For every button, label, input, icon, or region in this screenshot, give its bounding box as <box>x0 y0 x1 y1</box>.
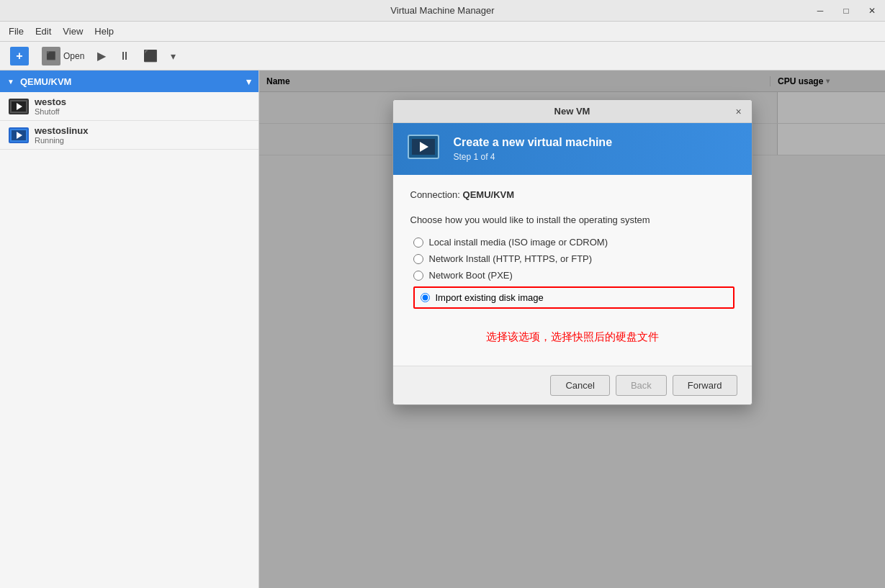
menu-help[interactable]: Help <box>89 23 120 40</box>
dialog-header-title: Create a new virtual machine <box>454 136 613 149</box>
run-icon: ▶ <box>97 49 106 63</box>
content-area: Name CPU usage ▾ New VM × <box>259 71 885 588</box>
title-bar: Virtual Machine Manager ─ □ ✕ <box>0 0 885 22</box>
open-button[interactable]: ⬛ Open <box>36 44 90 68</box>
menu-bar: File Edit View Help <box>0 22 885 42</box>
connection-value: QEMU/KVM <box>463 189 515 200</box>
dropdown-icon: ▾ <box>171 50 176 62</box>
radio-network-install[interactable] <box>413 254 423 264</box>
vm-icon-westos <box>9 99 29 114</box>
dialog-header: Create a new virtual machine Step 1 of 4 <box>393 123 752 175</box>
new-vm-dialog: New VM × Create a new virtual machine <box>392 99 753 405</box>
dialog-body: Connection: QEMU/KVM Choose how you woul… <box>393 175 752 366</box>
option-network-install-label: Network Install (HTTP, HTTPS, or FTP) <box>429 253 593 264</box>
annotation-text: 选择该选项，选择快照后的硬盘文件 <box>410 330 734 344</box>
sidebar-item-westoslinux[interactable]: westoslinux Running <box>0 121 259 150</box>
vm-status-westos: Shutoff <box>35 107 250 116</box>
open-label: Open <box>63 51 84 61</box>
close-button[interactable]: ✕ <box>859 0 885 22</box>
minimize-button[interactable]: ─ <box>807 0 833 22</box>
pause-button[interactable]: ⏸ <box>113 47 136 65</box>
dialog-header-text: Create a new virtual machine Step 1 of 4 <box>454 136 613 162</box>
toolbar: + ⬛ Open ▶ ⏸ ⬛ ▾ <box>0 42 885 71</box>
menu-file[interactable]: File <box>3 23 30 40</box>
vm-play-icon-westoslinux <box>17 132 22 139</box>
vm-icon-westoslinux <box>9 127 29 143</box>
option-import-highlighted[interactable]: Import existing disk image <box>413 286 734 309</box>
sidebar-collapse-icon[interactable]: ▼ <box>7 78 14 86</box>
dialog-titlebar: New VM × <box>393 100 752 123</box>
menu-edit[interactable]: Edit <box>30 23 57 40</box>
dropdown-button[interactable]: ▾ <box>165 48 181 65</box>
sidebar: ▼ QEMU/KVM ▾ westos Shutoff <box>0 71 259 588</box>
dialog-header-subtitle: Step 1 of 4 <box>454 152 613 162</box>
sidebar-header: ▼ QEMU/KVM ▾ <box>0 71 259 92</box>
option-import-label: Import existing disk image <box>436 292 544 303</box>
sidebar-group-label: QEMU/KVM <box>20 76 72 87</box>
option-local-install-label: Local install media (ISO image or CDROM) <box>429 237 608 248</box>
vm-info-westoslinux: westoslinux Running <box>35 125 250 145</box>
cancel-button[interactable]: Cancel <box>550 375 609 396</box>
dialog-close-button[interactable]: × <box>730 103 747 120</box>
stop-icon: ⬛ <box>143 49 158 63</box>
stop-button[interactable]: ⬛ <box>138 46 163 65</box>
option-network-install[interactable]: Network Install (HTTP, HTTPS, or FTP) <box>413 253 734 264</box>
modal-overlay: New VM × Create a new virtual machine <box>259 71 885 588</box>
install-options: Local install media (ISO image or CDROM)… <box>413 237 734 309</box>
vm-info-westos: westos Shutoff <box>35 96 250 116</box>
vm-name-westoslinux: westoslinux <box>35 125 250 136</box>
sidebar-header-dropdown[interactable]: ▾ <box>246 76 251 87</box>
radio-local-install[interactable] <box>413 238 423 248</box>
vm-status-westoslinux: Running <box>35 136 250 145</box>
pause-icon: ⏸ <box>119 50 130 63</box>
play-triangle-icon <box>420 142 428 152</box>
connection-label: Connection: <box>410 189 460 200</box>
radio-network-boot[interactable] <box>413 271 423 281</box>
install-question: Choose how you would like to install the… <box>410 214 734 225</box>
forward-button[interactable]: Forward <box>673 375 737 396</box>
dialog-header-icon <box>408 135 442 163</box>
monitor-icon <box>408 135 439 159</box>
sidebar-header-right: ▾ <box>246 76 251 87</box>
open-icon: ⬛ <box>42 47 60 65</box>
main-area: ▼ QEMU/KVM ▾ westos Shutoff <box>0 71 885 588</box>
app-title: Virtual Machine Manager <box>390 5 494 16</box>
new-vm-icon: + <box>10 47 29 65</box>
sidebar-item-westos[interactable]: westos Shutoff <box>0 92 259 121</box>
radio-import-disk[interactable] <box>421 293 430 302</box>
menu-view[interactable]: View <box>57 23 89 40</box>
dialog-title: New VM <box>554 106 590 117</box>
new-vm-button[interactable]: + <box>4 44 35 68</box>
connection-row: Connection: QEMU/KVM <box>410 189 734 200</box>
dialog-footer: Cancel Back Forward <box>393 366 752 404</box>
vm-play-icon-westos <box>17 103 22 110</box>
window-controls: ─ □ ✕ <box>807 0 885 22</box>
option-network-boot[interactable]: Network Boot (PXE) <box>413 270 734 281</box>
maximize-button[interactable]: □ <box>833 0 859 22</box>
monitor-screen <box>412 139 435 155</box>
vm-name-westos: westos <box>35 96 250 107</box>
back-button[interactable]: Back <box>616 375 667 396</box>
option-local-install[interactable]: Local install media (ISO image or CDROM) <box>413 237 734 248</box>
option-network-boot-label: Network Boot (PXE) <box>429 270 513 281</box>
run-button[interactable]: ▶ <box>91 46 112 65</box>
